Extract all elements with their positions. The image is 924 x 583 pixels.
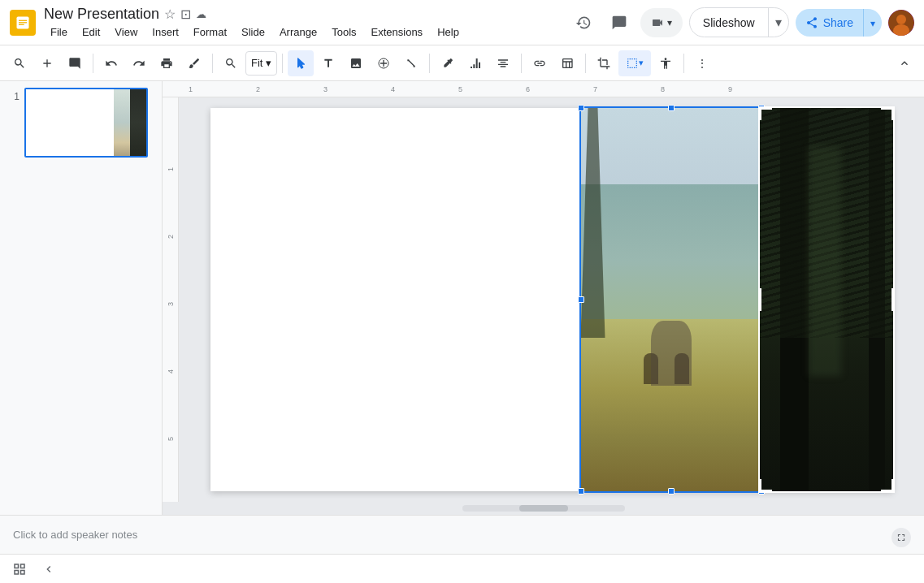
slide-canvas[interactable] [210,108,893,491]
grid-view-button[interactable] [7,556,33,582]
slide-thumbnail-1[interactable] [24,88,148,158]
text-button[interactable] [315,50,341,76]
crop-tool-button[interactable] [591,50,617,76]
collapse-panel-button[interactable] [36,556,62,582]
ruler-v-mark-4: 4 [167,306,175,374]
align-button[interactable] [462,50,488,76]
svg-point-5 [896,15,906,24]
slideshow-dropdown-icon[interactable]: ▾ [768,8,788,37]
undo-button[interactable] [98,50,124,76]
select-type-button[interactable]: ▾ [618,50,651,76]
meet-button[interactable]: ▾ [640,8,683,37]
toolbar-divider-6 [585,54,586,73]
add-button[interactable] [34,50,60,76]
menu-slide[interactable]: Slide [235,24,271,40]
svg-rect-3 [19,24,24,24]
ruler-mark-5: 5 [458,85,526,93]
toolbar-divider-1 [93,54,93,73]
menu-insert[interactable]: Insert [145,24,185,40]
notes-area[interactable]: Click to add speaker notes [0,515,924,554]
ruler-v-mark-2: 2 [167,171,175,239]
zoom-dropdown-icon: ▾ [266,57,271,69]
ruler-v-mark-1: 1 [167,104,175,171]
ruler-mark-8: 8 [661,85,728,93]
menu-view[interactable]: View [108,24,144,40]
menu-arrange[interactable]: Arrange [273,24,323,40]
image-button[interactable] [343,50,369,76]
menu-file[interactable]: File [44,24,74,40]
hiking-image[interactable] [581,108,761,491]
align2-button[interactable] [490,50,516,76]
color-button[interactable] [435,50,461,76]
cloud-icon[interactable]: ☁ [196,8,206,20]
slides-panel: 1 [0,81,163,515]
line-button[interactable] [398,50,424,76]
menu-format[interactable]: Format [187,24,233,40]
folder-icon[interactable]: ⊡ [180,6,191,22]
shape-button[interactable] [371,50,397,76]
menu-help[interactable]: Help [431,24,466,40]
print-button[interactable] [154,50,180,76]
ruler-mark-4: 4 [391,85,458,93]
slideshow-button[interactable]: Slideshow ▾ [689,7,789,37]
toolbar-divider-3 [282,54,283,73]
slideshow-label[interactable]: Slideshow [690,10,768,36]
more-options-button[interactable]: ⋮ [689,50,715,76]
ruler-mark-7: 7 [593,85,661,93]
share-button[interactable]: Share [796,10,863,36]
paint-button[interactable] [181,50,207,76]
svg-rect-1 [19,19,27,20]
bottom-bar [0,554,924,583]
presentation-title[interactable]: New Presentation [44,6,159,23]
ruler-v-mark-3: 3 [167,239,175,306]
zoom-button[interactable] [218,50,244,76]
share-label: Share [823,16,853,29]
menu-bar: File Edit View Insert Format Slide Arran… [44,24,569,40]
horizontal-scrollbar-area [163,502,924,515]
slide-list: 1 [7,88,155,158]
comment-button[interactable] [62,50,88,76]
comments-button[interactable] [605,8,634,37]
zoom-selector[interactable]: Fit ▾ [245,51,277,76]
app-logo [10,10,36,36]
share-button-group[interactable]: Share ▾ [796,9,882,37]
accessibility-button[interactable] [653,50,679,76]
ruler-marks: 1 2 3 4 5 6 7 8 9 [182,85,796,93]
canvas-area: 1 2 3 4 5 6 7 8 9 1 2 3 4 5 [163,81,924,515]
slide-number: 1 [7,88,20,102]
svg-rect-2 [19,22,27,23]
notes-placeholder[interactable]: Click to add speaker notes [13,529,137,541]
link-button[interactable] [527,50,553,76]
ruler-v-mark-5: 5 [167,374,175,441]
share-dropdown-icon: ▾ [870,18,875,29]
table-button[interactable] [554,50,580,76]
slide-thumb-content [26,89,146,156]
horizontal-scrollbar-track[interactable] [462,505,625,512]
toolbar: Fit ▾ ▾ ⋮ [0,45,924,81]
toolbar-divider-7 [683,54,684,73]
menu-extensions[interactable]: Extensions [365,24,430,40]
menu-edit[interactable]: Edit [76,24,106,40]
toolbar-divider-5 [521,54,522,73]
horizontal-scrollbar-thumb[interactable] [519,505,568,512]
collapse-toolbar-button[interactable] [891,50,917,76]
slide-viewport [179,97,924,502]
ruler-mark-1: 1 [189,85,256,93]
user-avatar[interactable] [888,10,914,36]
vertical-ruler: 1 2 3 4 5 [163,97,179,502]
search-button[interactable] [7,50,33,76]
title-bar: New Presentation ☆ ⊡ ☁ File Edit View In… [0,0,924,45]
forest-image[interactable] [760,108,893,491]
history-button[interactable] [569,8,598,37]
star-icon[interactable]: ☆ [164,6,176,22]
ruler-mark-3: 3 [323,85,391,93]
menu-tools[interactable]: Tools [325,24,362,40]
redo-button[interactable] [126,50,152,76]
share-dropdown-button[interactable]: ▾ [863,9,882,37]
cursor-button[interactable] [288,50,314,76]
ruler-mark-2: 2 [256,85,323,93]
toolbar-divider-2 [212,54,213,73]
zoom-value: Fit [251,57,262,69]
title-section: New Presentation ☆ ⊡ ☁ File Edit View In… [44,6,569,40]
notes-expand-button[interactable] [891,528,911,547]
